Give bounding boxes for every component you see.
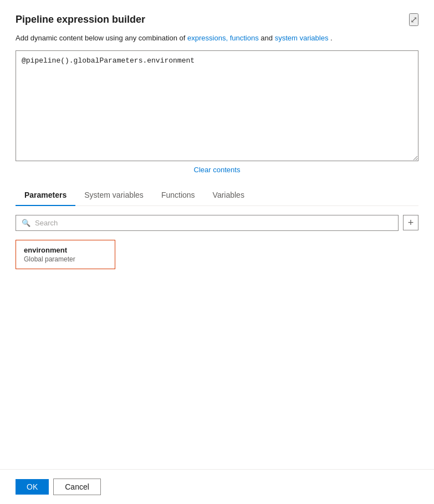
- tabs-container: Parameters System variables Functions Va…: [16, 185, 418, 206]
- add-parameter-button[interactable]: +: [403, 215, 418, 230]
- parameter-name: environment: [24, 246, 107, 254]
- clear-contents-button[interactable]: Clear contents: [16, 166, 418, 174]
- description-prefix: Add dynamic content below using any comb…: [16, 34, 187, 42]
- parameter-item[interactable]: environment Global parameter: [16, 240, 115, 269]
- description-and: and: [261, 34, 274, 42]
- expression-textarea[interactable]: @pipeline().globalParameters.environment: [16, 50, 418, 161]
- tab-variables[interactable]: Variables: [204, 185, 253, 206]
- functions-link[interactable]: functions: [230, 34, 259, 42]
- parameter-type: Global parameter: [24, 255, 107, 263]
- dialog-header: Pipeline expression builder ⤢: [16, 13, 418, 26]
- description-suffix: .: [330, 34, 333, 42]
- expand-button[interactable]: ⤢: [409, 13, 418, 26]
- cancel-button[interactable]: Cancel: [53, 479, 101, 495]
- pipeline-expression-builder-dialog: Pipeline expression builder ⤢ Add dynami…: [0, 0, 434, 469]
- search-row: 🔍 +: [16, 215, 418, 231]
- dialog-footer: OK Cancel: [0, 469, 434, 504]
- tab-functions[interactable]: Functions: [152, 185, 204, 206]
- description-text: Add dynamic content below using any comb…: [16, 33, 418, 44]
- tab-content-parameters: 🔍 + environment Global parameter: [16, 215, 418, 470]
- ok-button[interactable]: OK: [16, 479, 49, 495]
- dialog-title: Pipeline expression builder: [16, 14, 145, 25]
- search-box: 🔍: [16, 215, 399, 231]
- tab-parameters[interactable]: Parameters: [16, 185, 75, 206]
- search-icon: 🔍: [22, 219, 30, 227]
- expressions-link[interactable]: expressions,: [187, 34, 228, 42]
- search-input[interactable]: [35, 219, 392, 227]
- system-variables-link[interactable]: system variables: [275, 34, 329, 42]
- tab-system-variables[interactable]: System variables: [75, 185, 152, 206]
